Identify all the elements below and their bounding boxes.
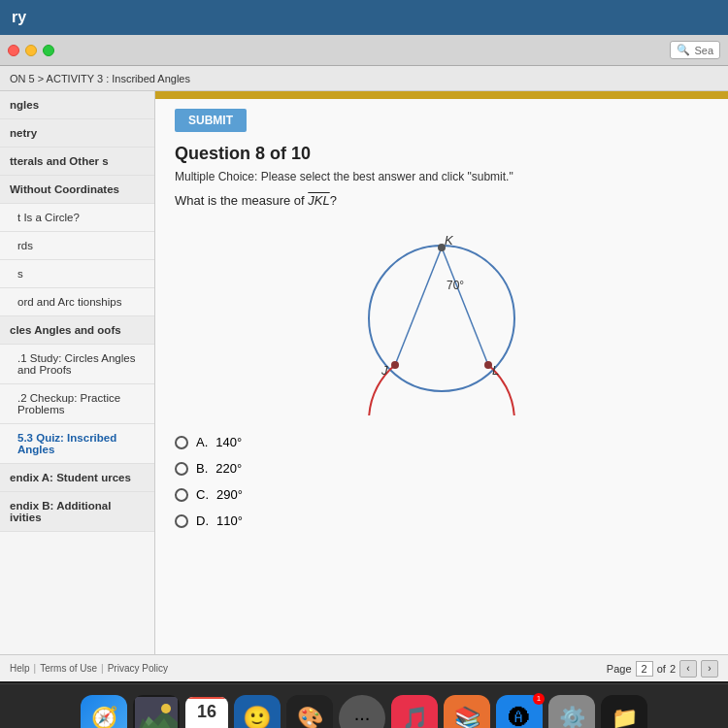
page-navigation: Page 2 of 2 ‹ › — [607, 660, 718, 678]
search-box[interactable]: 🔍 Sea — [670, 41, 720, 59]
dock-settings[interactable]: ⚙️ — [548, 695, 595, 729]
choice-d-value: 110° — [216, 513, 243, 528]
choice-b-value: 220° — [215, 461, 242, 476]
sidebar-item-is-circle[interactable]: t Is a Circle? — [0, 204, 154, 232]
radio-b[interactable] — [175, 462, 188, 476]
dock-music[interactable]: 🎵 — [391, 695, 438, 729]
sidebar-item-circles-angles[interactable]: cles Angles and oofs — [0, 316, 154, 345]
help-link[interactable]: Help — [10, 663, 30, 674]
svg-line-2 — [442, 248, 488, 365]
music-icon[interactable]: 🎵 — [391, 695, 438, 729]
sidebar-item-terals[interactable]: tterals and Other s — [0, 148, 154, 176]
books-icon[interactable]: 📚 — [444, 695, 490, 729]
sidebar-item-appendix-a[interactable]: endix A: Student urces — [0, 464, 154, 492]
question-instruction: Multiple Choice: Please select the best … — [175, 170, 709, 183]
total-pages: 2 — [670, 663, 676, 675]
content-area: SUBMIT Question 8 of 10 Multiple Choice:… — [155, 91, 728, 654]
dock-safari[interactable]: 🧭 — [81, 695, 127, 729]
dock-photos[interactable] — [133, 695, 180, 729]
circle-diagram: K J L 70° — [335, 221, 548, 415]
dock-extra[interactable]: 📁 — [601, 695, 647, 729]
pinwheel-icon[interactable]: 🎨 — [286, 695, 333, 729]
dock-more[interactable]: ··· — [339, 695, 385, 729]
sidebar-item-angles[interactable]: ngles — [0, 91, 154, 119]
sidebar-item-rds[interactable]: rds — [0, 232, 154, 260]
sidebar-item-ord-arc[interactable]: ord and Arc tionships — [0, 288, 154, 316]
title-bar-text: ry — [12, 9, 26, 26]
main-layout: ngles netry tterals and Other s Without … — [0, 91, 728, 654]
extra-icon[interactable]: 📁 — [601, 695, 647, 729]
diagram-container: K J L 70° — [175, 221, 709, 415]
radio-c[interactable] — [175, 488, 188, 502]
answer-choice-a[interactable]: A. 140° — [175, 435, 709, 449]
content-inner: SUBMIT Question 8 of 10 Multiple Choice:… — [155, 99, 728, 559]
label-k: K — [445, 233, 454, 248]
footer-bar: Help | Terms of Use | Privacy Policy Pag… — [0, 654, 728, 681]
close-btn[interactable] — [8, 45, 19, 56]
answer-choice-d[interactable]: D. 110° — [175, 513, 709, 528]
calendar-day: 16 — [185, 699, 228, 725]
page-separator: of — [657, 663, 666, 675]
answer-choice-b[interactable]: B. 220° — [175, 461, 709, 476]
search-icon: 🔍 — [677, 44, 690, 56]
calendar-icon[interactable]: 16 — [185, 697, 228, 729]
sidebar-item-without-coords[interactable]: Without Coordinates — [0, 176, 154, 204]
dock-calendar[interactable]: 16 — [185, 697, 228, 729]
dock-books[interactable]: 📚 — [444, 695, 490, 729]
terms-link[interactable]: Terms of Use — [40, 663, 97, 674]
question-text: What is the measure of JKL? — [175, 193, 709, 208]
prev-page-button[interactable]: ‹ — [679, 660, 697, 678]
sidebar-item-s[interactable]: s — [0, 260, 154, 288]
appstore-icon[interactable]: 🅐 1 — [496, 695, 543, 729]
label-j: J — [381, 363, 388, 378]
point-l — [484, 361, 492, 369]
sidebar: ngles netry tterals and Other s Without … — [0, 91, 155, 654]
choice-a-value: 140° — [215, 435, 242, 449]
submit-button[interactable]: SUBMIT — [175, 109, 247, 132]
title-bar: ry — [0, 0, 728, 35]
more-icon[interactable]: ··· — [339, 695, 385, 729]
svg-line-1 — [395, 248, 442, 365]
browser-chrome: 🔍 Sea — [0, 35, 728, 66]
mac-dock: 🧭 16 🙂 🎨 ··· 🎵 — [0, 683, 728, 728]
sidebar-item-quiz[interactable]: 5.3 Quiz: Inscribed Angles — [0, 424, 154, 464]
arc-label: JKL — [308, 193, 329, 208]
radio-d[interactable] — [175, 514, 188, 528]
maximize-btn[interactable] — [43, 45, 54, 56]
angle-label: 70° — [447, 279, 464, 292]
current-page: 2 — [636, 661, 653, 677]
label-l: L — [492, 363, 499, 378]
minimize-btn[interactable] — [25, 45, 37, 56]
sidebar-item-appendix-b[interactable]: endix B: Additional ivities — [0, 492, 154, 532]
answer-choice-c[interactable]: C. 290° — [175, 487, 709, 502]
next-page-button[interactable]: › — [701, 660, 718, 678]
privacy-link[interactable]: Privacy Policy — [108, 663, 168, 674]
notification-badge: 1 — [533, 693, 545, 705]
dock-finder[interactable]: 🙂 — [234, 695, 281, 729]
point-j — [391, 361, 399, 369]
dock-pinwheel[interactable]: 🎨 — [286, 695, 333, 729]
choice-c-label: C. — [196, 487, 209, 502]
photos-icon[interactable] — [133, 695, 180, 729]
sidebar-item-metry[interactable]: netry — [0, 119, 154, 148]
svg-point-6 — [161, 704, 171, 713]
golden-bar — [155, 91, 728, 99]
choice-b-label: B. — [196, 461, 208, 476]
choice-d-label: D. — [196, 513, 209, 528]
question-title: Question 8 of 10 — [175, 144, 709, 164]
choice-c-value: 290° — [216, 487, 243, 502]
sidebar-item-study[interactable]: .1 Study: Circles Angles and Proofs — [0, 345, 154, 384]
page-label: Page — [607, 663, 632, 675]
finder-icon[interactable]: 🙂 — [234, 695, 281, 729]
dock-appstore[interactable]: 🅐 1 — [496, 695, 543, 729]
sidebar-item-checkup[interactable]: .2 Checkup: Practice Problems — [0, 384, 154, 424]
choice-a-label: A. — [196, 435, 208, 449]
radio-a[interactable] — [175, 436, 188, 449]
safari-icon[interactable]: 🧭 — [81, 695, 127, 729]
mac-dock-area: 🧭 16 🙂 🎨 ··· 🎵 — [0, 681, 728, 728]
answer-choices: A. 140° B. 220° C. 290° D. 110° — [175, 435, 709, 528]
breadcrumb: ON 5 > ACTIVITY 3 : Inscribed Angles — [0, 66, 728, 91]
settings-icon[interactable]: ⚙️ — [548, 695, 595, 729]
